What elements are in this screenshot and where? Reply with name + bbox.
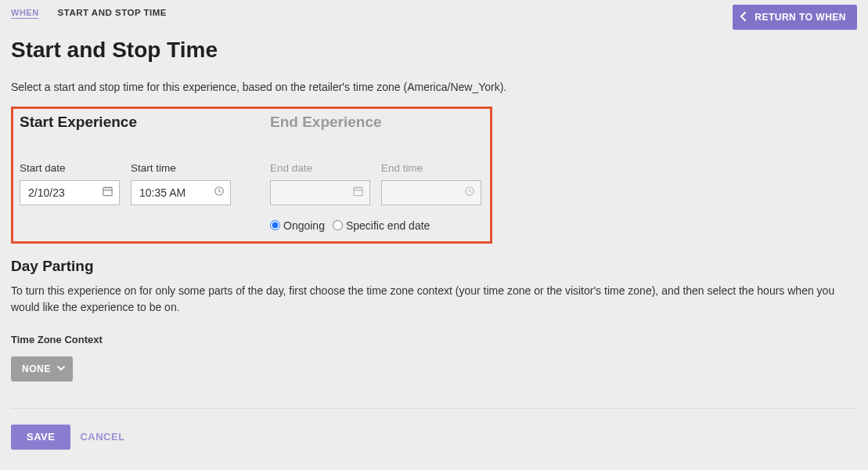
end-ongoing-radio-input[interactable] xyxy=(270,220,280,230)
end-experience-heading: End Experience xyxy=(270,114,481,131)
start-time-input[interactable] xyxy=(131,180,231,205)
day-parting-description: To turn this experience on for only some… xyxy=(11,283,841,316)
save-button[interactable]: SAVE xyxy=(11,425,70,450)
divider xyxy=(11,408,857,409)
breadcrumb: WHEN START AND STOP TIME xyxy=(11,5,167,17)
end-time-label: End time xyxy=(381,162,481,174)
end-specific-radio-input[interactable] xyxy=(333,220,343,230)
chevron-left-icon xyxy=(740,12,747,24)
start-stop-highlight-box: Start Experience Start date Start time xyxy=(11,107,492,244)
page-description: Select a start and stop time for this ex… xyxy=(11,80,857,96)
end-ongoing-label: Ongoing xyxy=(283,219,325,232)
end-specific-radio[interactable]: Specific end date xyxy=(333,219,430,232)
breadcrumb-link-when[interactable]: WHEN xyxy=(11,8,39,17)
page-title: Start and Stop Time xyxy=(11,38,857,63)
start-experience-heading: Start Experience xyxy=(20,114,270,131)
end-ongoing-radio[interactable]: Ongoing xyxy=(270,219,325,232)
time-zone-context-value: NONE xyxy=(22,363,51,374)
cancel-button[interactable]: CANCEL xyxy=(80,431,124,443)
start-time-label: Start time xyxy=(131,162,231,174)
return-button-label: RETURN TO WHEN xyxy=(755,12,846,23)
day-parting-heading: Day Parting xyxy=(11,258,857,275)
start-date-label: Start date xyxy=(20,162,120,174)
chevron-down-icon xyxy=(57,363,65,374)
end-specific-label: Specific end date xyxy=(346,219,430,232)
end-time-input xyxy=(381,180,481,205)
end-date-input xyxy=(270,180,370,205)
end-date-label: End date xyxy=(270,162,370,174)
return-to-when-button[interactable]: RETURN TO WHEN xyxy=(733,5,857,30)
time-zone-context-label: Time Zone Context xyxy=(11,334,857,345)
time-zone-context-dropdown[interactable]: NONE xyxy=(11,356,73,381)
start-date-input[interactable] xyxy=(20,180,120,205)
breadcrumb-current: START AND STOP TIME xyxy=(58,8,167,17)
